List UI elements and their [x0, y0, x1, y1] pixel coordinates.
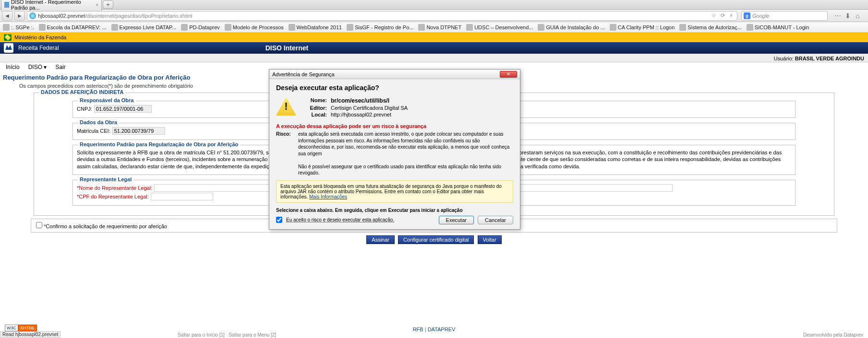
- footer-rfb-link[interactable]: RFB: [413, 326, 423, 332]
- dialog-title: Advertência de Segurança: [272, 71, 335, 77]
- bookmark-item[interactable]: Escola da DATAPREV: ...: [39, 24, 107, 31]
- gov-banner: Ministério da Fazenda: [0, 33, 868, 42]
- bookmark-item[interactable]: WebDatafone 2011: [289, 24, 342, 31]
- home-icon[interactable]: ⌂: [856, 12, 863, 20]
- risco-key: Risco:: [276, 131, 294, 176]
- brazil-flag-icon: [4, 34, 12, 41]
- security-warning-dialog: Advertência de Segurança ✕ Deseja execut…: [269, 69, 520, 230]
- bookmark-item[interactable]: UDSC – Desenvolvend...: [466, 24, 533, 31]
- bookmark-icon: [466, 24, 473, 31]
- url-bar[interactable]: hjbossapl02.prevnet/disointernet/pages/d…: [27, 11, 737, 21]
- editor-value: Certisign Certificadora Digital SA: [331, 105, 408, 111]
- bookmark-icon: [747, 24, 753, 31]
- legend-dados-obra: Dados da Obra: [78, 119, 119, 125]
- bookmark-icon: [289, 24, 295, 31]
- cpf-rep-input[interactable]: [151, 193, 213, 200]
- bookmark-item[interactable]: SisGF - Registro de Po...: [347, 24, 413, 31]
- legend-req-padrao: Requerimento Padrão para Regularização d…: [78, 141, 240, 147]
- bookmark-item[interactable]: SICOB-MANUT - Login: [747, 24, 809, 31]
- editor-key: Editor:: [303, 105, 327, 111]
- nome-key: Nome:: [303, 97, 327, 104]
- new-tab-button[interactable]: +: [103, 0, 113, 9]
- cpf-rep-label: *CPF do Representante Legal:: [77, 194, 149, 199]
- menu-sair[interactable]: Sair: [55, 64, 65, 70]
- executar-button[interactable]: Executar: [439, 216, 474, 224]
- bookmark-item[interactable]: Sistema de Autorizaç...: [679, 24, 742, 31]
- bookmark-icon: [610, 24, 616, 31]
- cnpj-label: CNPJ:: [77, 106, 92, 112]
- stop-icon[interactable]: ×: [727, 12, 735, 19]
- bookmark-item[interactable]: :. SGPe :.: [3, 24, 34, 31]
- bookmark-item[interactable]: PD-Dataprev: [181, 24, 220, 31]
- bookmark-icon: [418, 24, 425, 31]
- config-cert-button[interactable]: Configurar certificado digital: [398, 235, 474, 244]
- rss-icon[interactable]: ☆: [710, 12, 718, 19]
- accept-risk-checkbox[interactable]: [276, 217, 282, 223]
- logged-user: Usuário: BRASIL VERDE AGROINDU: [774, 56, 864, 61]
- legend-dados-afericao: DADOS DE AFERIÇÃO INDIRETA: [39, 89, 125, 95]
- action-buttons: Assinar Configurar certificado digital V…: [0, 235, 868, 244]
- search-placeholder: Google: [752, 13, 769, 19]
- bookmark-icon: [111, 24, 118, 31]
- bookmark-item[interactable]: Modelo de Processos: [225, 24, 284, 31]
- app-title: DISO Internet: [265, 44, 308, 52]
- tab-close-icon[interactable]: ×: [96, 2, 98, 8]
- footer: RFB | DATAPREV: [0, 326, 868, 332]
- reload-icon[interactable]: ⟳: [719, 12, 726, 19]
- risk-heading: A execução dessa aplicação pode ser um r…: [276, 123, 513, 129]
- bookmark-icon: [3, 24, 10, 31]
- risco-text: esta aplicação será executada com acesso…: [298, 131, 513, 176]
- bookmark-item[interactable]: Expresso Livre DATAP...: [111, 24, 177, 31]
- forward-button[interactable]: ►: [14, 11, 25, 21]
- dialog-question: Deseja executar esta aplicação?: [276, 84, 513, 92]
- download-icon[interactable]: ⬇: [845, 12, 853, 20]
- bookmark-icon: [679, 24, 686, 31]
- org-name: Receita Federal: [18, 45, 59, 51]
- matricula-label: Matrícula CEI:: [77, 128, 110, 134]
- nome-rep-label: *Nome do Representante Legal:: [77, 185, 152, 191]
- cnpj-input: [94, 105, 152, 113]
- bookmark-item[interactable]: CA Clarity PPM :: Logon: [610, 24, 675, 31]
- accept-risk-label[interactable]: Eu aceito o risco e desejo executar esta…: [286, 217, 394, 222]
- url-text: hjbossapl02.prevnet/disointernet/pages/d…: [38, 13, 193, 19]
- skip-menu[interactable]: Saltar para o Menu [2]: [229, 332, 276, 338]
- more-info-link[interactable]: Mais Informações: [309, 194, 347, 199]
- more-icon[interactable]: ⋯: [834, 12, 842, 20]
- bookmark-item[interactable]: GUIA de Instalação do ...: [538, 24, 604, 31]
- warning-icon: [276, 97, 296, 116]
- legend-representante: Representante Legal: [78, 176, 133, 182]
- browser-tab[interactable]: DISO Internet - Requerimento Padrão pa..…: [1, 0, 102, 12]
- java-warning-box: Esta aplicação será bloqueada em uma fut…: [276, 180, 513, 203]
- bookmark-item[interactable]: Nova DTPNET: [418, 24, 461, 31]
- footer-dataprev-link[interactable]: DATAPREV: [428, 326, 456, 332]
- app-header: Receita Federal DISO Internet: [0, 42, 868, 54]
- local-key: Local:: [303, 112, 327, 117]
- w3c-badge: W3CXHTML: [5, 325, 37, 331]
- local-value: http://hjbossapl02.prevnet: [331, 112, 391, 117]
- confirm-checkbox[interactable]: [36, 222, 42, 228]
- bookmark-icon: [347, 24, 353, 31]
- bookmark-icon: [39, 24, 46, 31]
- dialog-close-button[interactable]: ✕: [500, 71, 517, 78]
- voltar-button[interactable]: Voltar: [478, 235, 502, 244]
- google-icon: g: [744, 12, 750, 19]
- receita-federal-logo: [4, 43, 13, 53]
- assinar-button[interactable]: Assinar: [366, 235, 395, 244]
- skip-inicio[interactable]: Saltar para o Início [1]: [178, 332, 225, 338]
- nome-value: br/com/esec/util/libs/I: [331, 97, 389, 104]
- dialog-instruction: Selecione a caixa abaixo. Em seguida, cl…: [276, 208, 513, 213]
- search-box[interactable]: g Google: [741, 11, 828, 21]
- bookmark-icon: [225, 24, 231, 31]
- menu-inicio[interactable]: Início: [6, 64, 20, 70]
- header-image-strip: [0, 54, 868, 62]
- menu-diso[interactable]: DISO ▾: [28, 64, 47, 70]
- site-identity-icon[interactable]: [29, 12, 36, 19]
- developed-by: Desenvolvido pela Dataprev: [803, 332, 863, 338]
- matricula-input: [112, 127, 165, 135]
- dialog-titlebar[interactable]: Advertência de Segurança ✕: [269, 70, 520, 79]
- status-bar: Read hjbossapl02.prevnet: [0, 331, 60, 338]
- back-button[interactable]: ◄: [2, 11, 12, 21]
- cancelar-button[interactable]: Cancelar: [478, 216, 513, 224]
- gov-ministry-label: Ministério da Fazenda: [14, 35, 66, 40]
- confirm-label[interactable]: *Confirmo a solicitação de requerimento …: [36, 223, 167, 229]
